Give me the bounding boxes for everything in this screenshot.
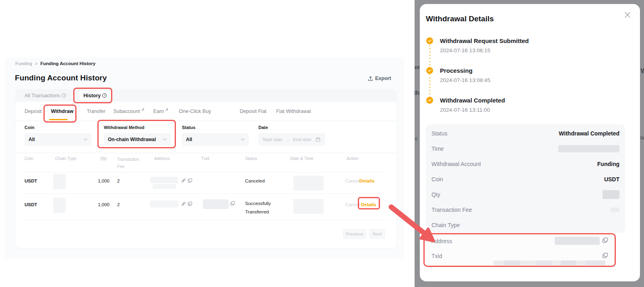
detail-row-account: Withdrawal Account Funding bbox=[431, 156, 619, 172]
col-header-status: Status bbox=[245, 156, 257, 161]
cell-fee: 2 bbox=[117, 202, 120, 207]
details-action[interactable]: Details bbox=[359, 178, 375, 183]
subtab-deposit-fiat[interactable]: Deposit Fiat bbox=[239, 109, 266, 114]
tab-all-transactions[interactable]: All Transactions ? bbox=[25, 93, 66, 98]
filter-method-select[interactable]: On-chain Withdrawal bbox=[104, 133, 171, 146]
col-header-address: Address bbox=[154, 156, 170, 161]
occluded-text-fragment: th bbox=[415, 89, 419, 96]
calendar-icon bbox=[316, 137, 320, 142]
filter-coin-select[interactable]: All bbox=[25, 133, 91, 146]
tab-history-label: History bbox=[83, 93, 101, 98]
subtab-deposit[interactable]: Deposit bbox=[25, 109, 41, 114]
redacted-date bbox=[293, 176, 324, 191]
external-link-icon: ↗ bbox=[165, 107, 168, 113]
redacted-address bbox=[150, 177, 178, 183]
occluded-text-fragment: W bbox=[641, 68, 644, 75]
detail-label: Coin bbox=[431, 176, 443, 182]
redacted-time bbox=[558, 145, 619, 152]
breadcrumb-root[interactable]: Funding bbox=[15, 61, 32, 66]
timeline-step-time: 2024-07-16 13:11:00 bbox=[440, 107, 490, 113]
link-icon[interactable] bbox=[181, 178, 186, 183]
copy-icon[interactable] bbox=[230, 201, 235, 206]
subtab-bar: Deposit Withdraw Transfer Subaccount ↗ E… bbox=[25, 102, 311, 121]
subtab-subaccount-label: Subaccount bbox=[114, 109, 140, 114]
withdrawal-detail-card: Status Withdrawal Completed Time Withdra… bbox=[426, 124, 625, 233]
cancel-action[interactable]: Cancel bbox=[345, 202, 360, 207]
redacted-address bbox=[150, 201, 178, 207]
cancel-action[interactable]: Cancel bbox=[345, 178, 360, 183]
close-icon[interactable] bbox=[623, 10, 632, 19]
divider bbox=[25, 172, 388, 172]
details-action[interactable]: Details bbox=[361, 202, 376, 207]
detail-label: Time bbox=[431, 146, 444, 152]
active-subtab-underline bbox=[49, 119, 68, 120]
subtab-earn[interactable]: Earn ↗ bbox=[153, 109, 169, 114]
occluded-text-fragment: la bbox=[640, 135, 644, 141]
occluded-text-fragment: nt bbox=[415, 64, 419, 70]
chevron-down-icon bbox=[84, 138, 87, 141]
redacted-chain-type bbox=[53, 198, 66, 213]
detail-row-coin: Coin USDT bbox=[431, 172, 619, 187]
subtab-withdraw[interactable]: Withdraw bbox=[51, 109, 73, 114]
txid-label: Txid bbox=[431, 253, 442, 259]
subtab-fiat-withdrawal[interactable]: Fiat Withdrawal bbox=[276, 109, 311, 114]
link-icon[interactable] bbox=[181, 201, 186, 206]
redacted-chain-type bbox=[53, 174, 66, 189]
detail-label: Qty bbox=[431, 191, 440, 198]
divider bbox=[25, 193, 388, 194]
cell-status: Canceled bbox=[245, 178, 265, 183]
timeline-step-time: 2024-07-16 13:06:15 bbox=[440, 47, 490, 53]
external-link-icon: ↗ bbox=[141, 107, 144, 113]
copy-icon[interactable] bbox=[602, 252, 608, 258]
copy-icon[interactable] bbox=[188, 201, 192, 206]
detail-label: Status bbox=[431, 130, 448, 137]
tab-bar: All Transactions ? History ? bbox=[16, 89, 396, 102]
previous-button[interactable]: Previous bbox=[343, 229, 366, 239]
step-complete-icon bbox=[426, 67, 433, 74]
copy-icon[interactable] bbox=[602, 237, 608, 243]
detail-label: Withdrawal Account bbox=[431, 161, 481, 167]
redacted-fee bbox=[611, 207, 619, 212]
detail-row-fee: Transaction Fee bbox=[431, 202, 619, 217]
redacted-qty bbox=[603, 190, 619, 199]
step-complete-icon bbox=[426, 97, 433, 104]
end-date-placeholder: End date bbox=[293, 137, 312, 142]
question-icon: ? bbox=[102, 93, 107, 98]
timeline-step-label: Withdrawal Request Submitted bbox=[440, 37, 529, 44]
date-arrow-icon: → bbox=[286, 137, 290, 142]
col-header-date-time: Date & Time bbox=[290, 156, 314, 161]
redacted-txid bbox=[493, 260, 605, 265]
detail-value: Funding bbox=[597, 161, 619, 167]
filter-date-label: Date bbox=[258, 125, 268, 130]
col-header-coin: Coin bbox=[25, 156, 33, 161]
col-header-qty: Qty bbox=[100, 156, 107, 161]
occluded-text-fragment: c bbox=[415, 136, 418, 141]
col-header-transaction-fee: Transaction Fee bbox=[117, 156, 140, 170]
detail-row-status: Status Withdrawal Completed bbox=[431, 126, 619, 141]
filter-coin-label: Coin bbox=[25, 125, 34, 130]
filter-status-select[interactable]: All bbox=[182, 133, 249, 146]
col-header-action: Action bbox=[347, 156, 358, 161]
export-button[interactable]: Export bbox=[368, 76, 391, 81]
filter-date-range[interactable]: Start date → End date bbox=[258, 133, 325, 146]
question-icon: ? bbox=[62, 93, 66, 98]
filter-status-label: Status bbox=[182, 125, 196, 130]
subtab-subaccount[interactable]: Subaccount ↗ bbox=[114, 109, 144, 114]
subtab-one-click-buy[interactable]: One-Click Buy bbox=[179, 109, 211, 114]
tab-history[interactable]: History ? bbox=[78, 91, 112, 100]
breadcrumb-current: Funding Account History bbox=[40, 61, 95, 66]
filter-status-value: All bbox=[186, 137, 192, 142]
redacted-date bbox=[293, 199, 324, 214]
cell-fee: 2 bbox=[117, 178, 120, 183]
filter-method-value: On-chain Withdrawal bbox=[108, 137, 156, 142]
cell-coin: USDT bbox=[25, 178, 37, 183]
export-icon bbox=[368, 76, 373, 81]
subtab-transfer[interactable]: Transfer bbox=[87, 109, 105, 114]
chevron-down-icon bbox=[163, 138, 167, 141]
filter-method-label: Withdrawal Method bbox=[104, 125, 144, 130]
copy-icon[interactable] bbox=[188, 178, 192, 183]
step-complete-icon bbox=[426, 37, 433, 44]
col-header-txid: Txid bbox=[201, 156, 209, 161]
cell-coin: USDT bbox=[25, 202, 37, 207]
export-label: Export bbox=[375, 76, 391, 81]
